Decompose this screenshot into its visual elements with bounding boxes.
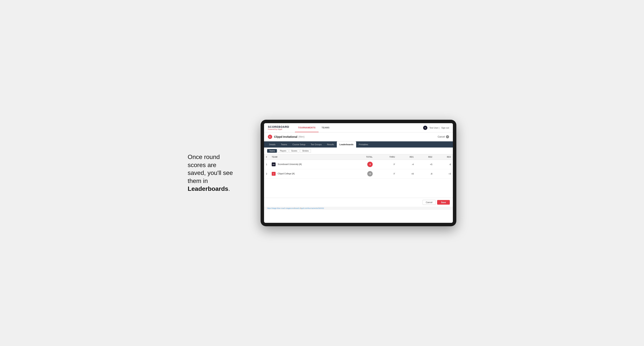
status-url-text: https://stage-blue-coach.stagescoreboard… xyxy=(267,207,324,209)
filter-scores[interactable]: Scores xyxy=(289,149,299,153)
col-team: Team xyxy=(270,155,350,160)
status-url-bar: https://stage-blue-coach.stagescoreboard… xyxy=(264,207,453,210)
tab-results[interactable]: Results xyxy=(324,141,337,148)
total-cell: -5 xyxy=(350,160,374,169)
thru-cell: F xyxy=(374,160,397,169)
content-spacer xyxy=(264,178,453,198)
filter-strokes[interactable]: Strokes xyxy=(300,149,311,153)
nav-links: Tournaments Teams xyxy=(295,123,332,132)
rank-cell: 1 xyxy=(264,160,270,169)
sign-out-link[interactable]: Sign out xyxy=(441,127,449,129)
nav-tournaments[interactable]: Tournaments xyxy=(295,123,318,132)
desc-line5-bold: Leaderboards xyxy=(188,185,228,192)
desc-line5-end: . xyxy=(228,185,230,192)
left-description: Once round scores are saved, you'll see … xyxy=(188,153,249,193)
rd1-cell: +8 xyxy=(397,169,416,178)
rd1-cell: -4 xyxy=(397,160,416,169)
top-navigation: SCOREBOARD Powered by clippd Tournaments… xyxy=(264,123,453,132)
col-rank: # xyxy=(264,155,270,160)
table-row: 2 C Clippd College [A] +3 F +8 -8 +3 xyxy=(264,169,453,178)
tournament-name: Clippd Invitational xyxy=(274,135,297,138)
desc-line3: saved, you'll see xyxy=(188,169,233,176)
tab-bar: Details Teams Course Setup Tee Groups Re… xyxy=(264,141,453,148)
rd2-cell: +5 xyxy=(416,160,434,169)
tab-details[interactable]: Details xyxy=(266,141,278,148)
rank-cell: 2 xyxy=(264,169,270,178)
col-thru: Thru xyxy=(374,155,397,160)
cancel-x-icon: ✕ xyxy=(446,135,449,138)
desc-line2: scores are xyxy=(188,162,216,169)
tab-tee-groups[interactable]: Tee Groups xyxy=(308,141,324,148)
col-rd2: RD2 xyxy=(416,155,434,160)
team-logo-icon: C xyxy=(272,172,276,176)
footer-save-button[interactable]: Save xyxy=(437,200,450,205)
filter-players[interactable]: Players xyxy=(278,149,288,153)
user-avatar: S xyxy=(423,126,427,130)
tab-course-setup[interactable]: Course Setup xyxy=(290,141,308,148)
table-header-row: # Team Total Thru RD1 RD2 RD3 xyxy=(264,155,453,160)
tab-teams[interactable]: Teams xyxy=(278,141,290,148)
nav-right: S Test User | Sign out xyxy=(423,126,449,130)
team-logo-icon: SU xyxy=(272,163,276,166)
team-cell: SU Scoreboard University [A] xyxy=(270,160,350,169)
footer-cancel-button[interactable]: Cancel xyxy=(422,200,436,205)
tab-printables[interactable]: Printables xyxy=(356,141,371,148)
tournament-header: C Clippd Invitational (Men) Cancel ✕ xyxy=(264,132,453,141)
filter-teams[interactable]: Teams xyxy=(267,149,277,153)
leaderboard-table: # Team Total Thru RD1 RD2 RD3 1 SU Score… xyxy=(264,155,453,178)
desc-line1: Once round xyxy=(188,154,220,160)
page-wrapper: Once round scores are saved, you'll see … xyxy=(188,120,456,226)
desc-line4: them in xyxy=(188,177,208,184)
rd3-cell: +3 xyxy=(434,169,453,178)
total-cell: +3 xyxy=(350,169,374,178)
tournament-type: (Men) xyxy=(298,136,304,138)
logo-text: SCOREBOARD xyxy=(268,125,289,128)
team-cell: C Clippd College [A] xyxy=(270,169,350,178)
tournament-icon: C xyxy=(268,135,272,139)
thru-cell: F xyxy=(374,169,397,178)
team-name: Scoreboard University [A] xyxy=(278,163,302,165)
col-rd1: RD1 xyxy=(397,155,416,160)
nav-teams[interactable]: Teams xyxy=(318,123,332,132)
col-total: Total xyxy=(350,155,374,160)
score-badge: +3 xyxy=(367,171,373,176)
col-rd3: RD3 xyxy=(434,155,453,160)
logo-sub: Powered by clippd xyxy=(268,128,289,130)
tab-leaderboards[interactable]: Leaderboards xyxy=(337,141,356,148)
score-badge: -5 xyxy=(367,162,373,167)
tablet-screen: SCOREBOARD Powered by clippd Tournaments… xyxy=(264,123,453,223)
tablet-device: SCOREBOARD Powered by clippd Tournaments… xyxy=(260,120,456,226)
team-name: Clippd College [A] xyxy=(278,173,294,175)
footer-bar: Cancel Save xyxy=(264,198,453,207)
logo-area: SCOREBOARD Powered by clippd xyxy=(268,125,289,130)
user-name: Test User | xyxy=(429,127,439,129)
rd2-cell: -8 xyxy=(416,169,434,178)
filter-row: Teams Players Scores Strokes xyxy=(264,148,453,155)
rd3-cell: -6 xyxy=(434,160,453,169)
cancel-button[interactable]: Cancel ✕ xyxy=(438,135,449,138)
table-row: 1 SU Scoreboard University [A] -5 F -4 +… xyxy=(264,160,453,169)
